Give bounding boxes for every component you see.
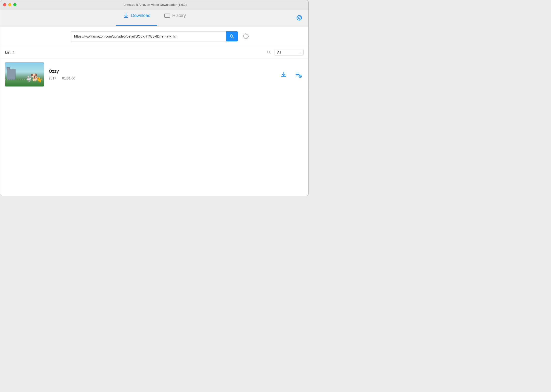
download-action-button[interactable] — [279, 70, 289, 79]
history-tab-icon — [164, 13, 170, 19]
svg-line-16 — [301, 77, 301, 77]
traffic-lights — [3, 3, 16, 6]
filter-wrapper: All Movie TV Show ⌄ — [275, 49, 304, 56]
list-search-icon — [267, 50, 271, 55]
video-actions — [279, 69, 304, 80]
video-title: Ozzy — [49, 69, 274, 74]
minimize-button[interactable] — [8, 3, 11, 6]
search-button[interactable] — [226, 31, 238, 41]
sort-icon — [12, 51, 15, 54]
url-input[interactable] — [71, 31, 226, 41]
tab-download-label: Download — [131, 13, 150, 18]
video-meta: 2017 01:31:00 — [49, 76, 274, 80]
tab-history[interactable]: History — [157, 11, 193, 26]
url-input-wrapper — [71, 31, 226, 41]
table-row: 🐕 🐈 🐩 Ozzy 2017 01:31:00 — [0, 59, 308, 90]
refresh-icon — [243, 33, 249, 40]
maximize-button[interactable] — [13, 3, 16, 6]
list-search-button[interactable] — [266, 49, 272, 55]
svg-line-17 — [301, 75, 301, 75]
search-icon — [229, 34, 234, 39]
svg-point-2 — [298, 17, 300, 19]
video-settings-icon — [294, 70, 303, 79]
tab-history-label: History — [172, 13, 186, 18]
filter-select[interactable]: All Movie TV Show — [275, 49, 304, 56]
search-area — [0, 27, 308, 46]
tab-download-underline — [116, 25, 157, 26]
tab-group: Download History — [116, 11, 193, 26]
download-tab-icon — [123, 13, 129, 19]
settings-button[interactable] — [295, 13, 304, 23]
tab-history-underline — [157, 25, 193, 26]
svg-point-10 — [300, 76, 301, 77]
thumbnail-scene: 🐕 🐈 🐩 — [5, 62, 44, 86]
video-thumbnail: 🐕 🐈 🐩 — [5, 62, 44, 86]
video-settings-button[interactable] — [293, 69, 304, 80]
list-label: List — [5, 50, 10, 54]
toolbar: Download History — [0, 9, 308, 27]
list-header-right: All Movie TV Show ⌄ — [266, 49, 304, 56]
main-content: Download History — [0, 9, 308, 196]
video-info: Ozzy 2017 01:31:00 — [49, 69, 274, 80]
list-title[interactable]: List — [5, 50, 15, 54]
titlebar: TunesBank Amazon Video Downloader (1.6.3… — [0, 0, 308, 9]
gear-icon — [296, 14, 303, 21]
svg-line-15 — [299, 75, 299, 75]
refresh-button[interactable] — [242, 32, 250, 41]
close-button[interactable] — [3, 3, 6, 6]
window-title: TunesBank Amazon Video Downloader (1.6.3… — [122, 3, 187, 7]
tab-download[interactable]: Download — [116, 11, 157, 26]
download-action-icon — [280, 71, 288, 78]
video-duration: 01:31:00 — [62, 76, 75, 80]
list-header: List All Movie TV Show ⌄ — [0, 46, 308, 59]
svg-line-18 — [299, 77, 299, 77]
video-year: 2017 — [49, 76, 56, 80]
list-area: 🐕 🐈 🐩 Ozzy 2017 01:31:00 — [0, 59, 308, 196]
svg-rect-0 — [165, 14, 170, 17]
